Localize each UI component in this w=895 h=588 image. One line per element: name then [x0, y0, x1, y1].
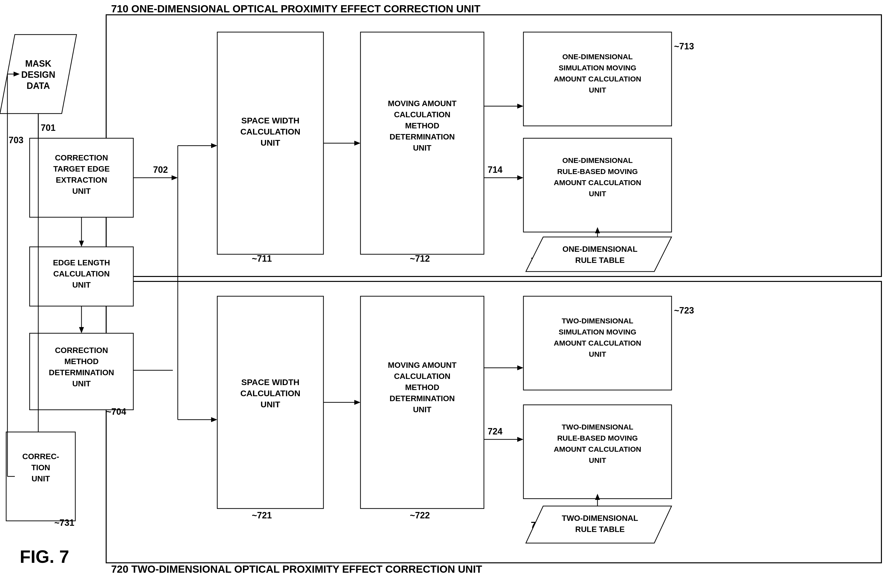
svg-text:724: 724: [488, 426, 502, 436]
svg-marker-102: [517, 437, 523, 442]
svg-text:MOVING AMOUNT: MOVING AMOUNT: [388, 99, 457, 108]
svg-text:RULE-BASED MOVING: RULE-BASED MOVING: [557, 167, 638, 176]
svg-text:AMOUNT CALCULATION: AMOUNT CALCULATION: [554, 75, 641, 83]
svg-text:CORREC-: CORREC-: [22, 452, 59, 461]
svg-marker-62: [517, 104, 523, 109]
svg-text:AMOUNT CALCULATION: AMOUNT CALCULATION: [554, 339, 641, 347]
svg-text:TWO-DIMENSIONAL: TWO-DIMENSIONAL: [562, 514, 638, 523]
svg-text:TION: TION: [31, 463, 50, 472]
svg-text:CALCULATION: CALCULATION: [394, 372, 451, 380]
svg-text:METHOD: METHOD: [64, 357, 99, 366]
svg-text:TWO-DIMENSIONAL: TWO-DIMENSIONAL: [562, 423, 633, 431]
svg-text:UNIT: UNIT: [413, 405, 432, 414]
svg-text:~721: ~721: [252, 510, 272, 520]
svg-text:TARGET EDGE: TARGET EDGE: [53, 164, 110, 173]
svg-text:SIMULATION MOVING: SIMULATION MOVING: [559, 64, 636, 72]
svg-text:TWO-DIMENSIONAL: TWO-DIMENSIONAL: [562, 317, 633, 325]
svg-text:720 TWO-DIMENSIONAL OPTICAL PR: 720 TWO-DIMENSIONAL OPTICAL PROXIMITY EF…: [111, 563, 482, 575]
svg-text:CALCULATION: CALCULATION: [240, 127, 300, 136]
svg-text:703: 703: [9, 135, 23, 145]
svg-text:~722: ~722: [410, 510, 430, 520]
svg-marker-100: [517, 365, 523, 370]
svg-text:METHOD: METHOD: [405, 383, 440, 392]
svg-text:AMOUNT CALCULATION: AMOUNT CALCULATION: [554, 445, 641, 453]
svg-text:UNIT: UNIT: [413, 143, 432, 152]
svg-text:METHOD: METHOD: [405, 121, 440, 130]
diagram: 710 ONE-DIMENSIONAL OPTICAL PROXIMITY EF…: [0, 0, 895, 588]
svg-text:ONE-DIMENSIONAL: ONE-DIMENSIONAL: [563, 156, 633, 164]
svg-marker-78: [526, 237, 672, 271]
svg-text:~712: ~712: [410, 253, 430, 264]
svg-rect-54: [361, 32, 484, 254]
svg-text:~711: ~711: [252, 253, 272, 264]
svg-text:CORRECTION: CORRECTION: [55, 346, 108, 355]
svg-text:FIG. 7: FIG. 7: [20, 547, 69, 567]
svg-text:UNIT: UNIT: [72, 186, 91, 195]
svg-text:UNIT: UNIT: [589, 456, 606, 464]
svg-text:UNIT: UNIT: [32, 474, 50, 483]
svg-text:UNIT: UNIT: [261, 400, 280, 409]
svg-marker-41: [171, 175, 178, 180]
svg-marker-84: [211, 417, 217, 422]
svg-text:CALCULATION: CALCULATION: [394, 110, 451, 119]
svg-text:UNIT: UNIT: [72, 280, 91, 289]
svg-text:ONE-DIMENSIONAL: ONE-DIMENSIONAL: [563, 245, 637, 253]
svg-text:UNIT: UNIT: [589, 189, 606, 198]
svg-marker-53: [354, 141, 361, 145]
svg-text:EDGE LENGTH: EDGE LENGTH: [53, 258, 110, 267]
svg-text:UNIT: UNIT: [72, 379, 91, 388]
svg-text:~723: ~723: [674, 305, 694, 315]
svg-text:710 ONE-DIMENSIONAL OPTICAL PR: 710 ONE-DIMENSIONAL OPTICAL PROXIMITY EF…: [111, 3, 481, 15]
svg-text:702: 702: [153, 165, 168, 175]
svg-text:DATA: DATA: [27, 81, 50, 91]
svg-text:~713: ~713: [674, 41, 694, 52]
svg-text:CALCULATION: CALCULATION: [53, 269, 110, 278]
svg-marker-91: [354, 400, 361, 405]
svg-text:~731: ~731: [54, 518, 74, 528]
svg-marker-64: [517, 175, 523, 180]
svg-text:UNIT: UNIT: [589, 350, 606, 358]
svg-text:DETERMINATION: DETERMINATION: [49, 368, 114, 377]
svg-text:RULE-BASED MOVING: RULE-BASED MOVING: [557, 434, 638, 442]
svg-text:714: 714: [488, 165, 502, 175]
svg-marker-22: [79, 327, 84, 333]
svg-text:CORRECTION: CORRECTION: [55, 153, 108, 162]
svg-marker-46: [211, 143, 217, 148]
svg-text:SPACE WIDTH: SPACE WIDTH: [241, 377, 299, 387]
svg-text:MASK: MASK: [25, 59, 52, 69]
svg-text:UNIT: UNIT: [261, 138, 280, 147]
svg-text:UNIT: UNIT: [589, 86, 606, 94]
svg-text:CALCULATION: CALCULATION: [240, 388, 300, 398]
svg-text:ONE-DIMENSIONAL: ONE-DIMENSIONAL: [563, 53, 633, 61]
svg-text:EXTRACTION: EXTRACTION: [56, 176, 107, 184]
svg-text:AMOUNT CALCULATION: AMOUNT CALCULATION: [554, 179, 641, 186]
svg-marker-16: [79, 241, 84, 247]
svg-text:SPACE WIDTH: SPACE WIDTH: [241, 116, 299, 125]
svg-text:RULE TABLE: RULE TABLE: [575, 525, 625, 534]
svg-text:SIMULATION MOVING: SIMULATION MOVING: [559, 328, 636, 336]
svg-text:RULE TABLE: RULE TABLE: [575, 256, 625, 265]
svg-text:~704: ~704: [106, 406, 126, 417]
svg-text:DETERMINATION: DETERMINATION: [390, 394, 455, 403]
svg-text:DETERMINATION: DETERMINATION: [390, 132, 455, 141]
svg-text:DESIGN: DESIGN: [21, 70, 55, 80]
svg-marker-116: [526, 506, 672, 543]
svg-text:701: 701: [41, 123, 56, 133]
svg-text:MOVING AMOUNT: MOVING AMOUNT: [388, 361, 457, 370]
